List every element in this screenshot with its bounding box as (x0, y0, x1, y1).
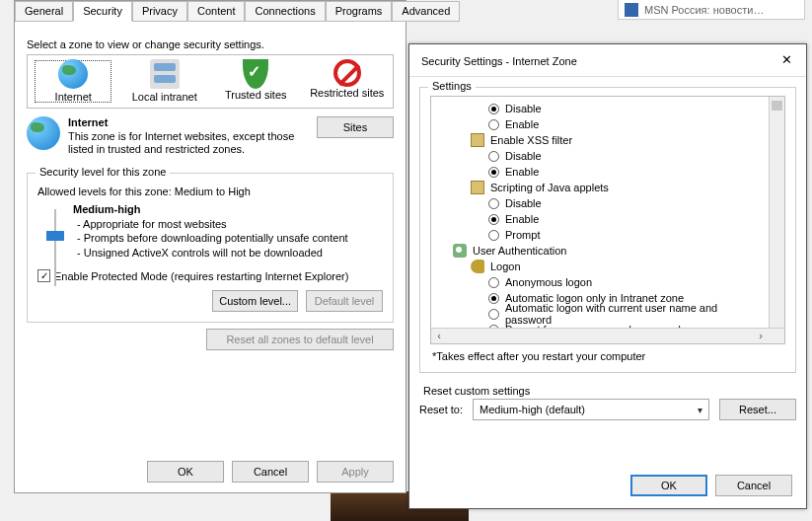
option-disable[interactable]: Disable (437, 148, 763, 164)
radio-icon[interactable] (488, 230, 499, 241)
tab-advanced[interactable]: Advanced (392, 1, 460, 22)
apply-button[interactable]: Apply (317, 461, 394, 483)
security-level-slider[interactable] (37, 203, 73, 260)
tree-label: Enable (505, 166, 539, 178)
radio-icon[interactable] (488, 198, 499, 209)
shield-check-icon (243, 59, 268, 89)
radio-icon[interactable] (488, 167, 499, 178)
allowed-levels-text: Allowed levels for this zone: Medium to … (37, 186, 383, 197)
radio-icon[interactable] (488, 104, 499, 114)
level-bullet: - Unsigned ActiveX controls will not be … (77, 246, 348, 260)
reset-all-zones-button[interactable]: Reset all zones to default level (206, 329, 394, 350)
tab-programs[interactable]: Programs (326, 1, 393, 22)
option-enable[interactable]: Enable (437, 116, 763, 132)
scroll-left-icon[interactable]: ‹ (431, 329, 447, 344)
zone-desc-text: This zone is for Internet websites, exce… (68, 130, 317, 158)
titlebar: Security Settings - Internet Zone ✕ (409, 44, 806, 77)
servers-icon (150, 59, 180, 89)
option-automatic-logon-with-current-user-name-and-password[interactable]: Automatic logon with current user name a… (437, 306, 763, 322)
combo-value: Medium-high (default) (480, 404, 585, 415)
zone-description: Internet This zone is for Internet websi… (27, 116, 394, 158)
group-legend: Security level for this zone (36, 166, 170, 178)
key-icon (471, 260, 484, 273)
globe-icon (27, 116, 60, 150)
tab-content[interactable]: Content (187, 1, 246, 22)
default-level-button[interactable]: Default level (306, 290, 383, 312)
cancel-button[interactable]: Cancel (232, 461, 309, 483)
tree-label: Disable (505, 150, 542, 162)
zone-restricted-sites[interactable]: Restricted sites (308, 59, 387, 104)
radio-icon[interactable] (488, 119, 499, 130)
zone-label: Restricted sites (308, 87, 387, 100)
tree-label: Logon (490, 260, 521, 272)
zone-internet[interactable]: Internet (34, 59, 112, 104)
tabstrip: GeneralSecurityPrivacyContentConnections… (15, 1, 406, 23)
protected-mode-checkbox[interactable]: ✓ (37, 269, 50, 282)
tab-security[interactable]: Security (73, 1, 132, 22)
settings-tree[interactable]: DisableEnableEnable XSS filterDisableEna… (430, 96, 785, 344)
radio-icon[interactable] (488, 151, 499, 162)
zone-trusted-sites[interactable]: Trusted sites (216, 59, 295, 104)
tree-label: Scripting of Java applets (490, 182, 609, 193)
option-disable[interactable]: Disable (437, 101, 763, 116)
favicon-icon (625, 3, 638, 17)
level-name: Medium-high (73, 203, 348, 215)
zone-local-intranet[interactable]: Local intranet (125, 59, 204, 104)
protected-mode-label: Enable Protected Mode (requires restarti… (54, 270, 348, 282)
chevron-down-icon: ▾ (698, 405, 702, 415)
page-icon (471, 181, 484, 194)
reset-level-combo[interactable]: Medium-high (default) ▾ (473, 399, 709, 420)
option-enable[interactable]: Enable (437, 211, 763, 227)
tree-label: Prompt (505, 229, 540, 241)
horizontal-scrollbar[interactable]: ‹ › (431, 328, 784, 343)
scroll-thumb-icon[interactable] (772, 101, 782, 111)
tab-connections[interactable]: Connections (245, 1, 325, 22)
tree-label: Automatic logon with current user name a… (505, 302, 763, 326)
radio-icon[interactable] (488, 214, 499, 225)
tab-general[interactable]: General (15, 1, 73, 22)
level-bullet: - Appropriate for most websites (77, 217, 348, 231)
tree-label: Disable (505, 103, 542, 114)
globe-icon (58, 59, 88, 89)
ok-button[interactable]: OK (630, 475, 707, 496)
option-anonymous-logon[interactable]: Anonymous logon (437, 274, 763, 290)
restart-note: *Takes effect after you restart your com… (432, 350, 783, 362)
ok-button[interactable]: OK (147, 461, 224, 483)
zone-list: InternetLocal intranetTrusted sitesRestr… (27, 54, 394, 109)
option-prompt[interactable]: Prompt (437, 227, 763, 243)
dialog-title: Security Settings - Internet Zone (421, 55, 577, 67)
users-icon (453, 244, 467, 258)
tree-label: Anonymous logon (505, 276, 592, 288)
zone-desc-title: Internet (68, 116, 317, 128)
sites-button[interactable]: Sites (317, 116, 394, 138)
zone-instruction: Select a zone to view or change security… (27, 38, 394, 50)
zone-label: Local intranet (125, 91, 204, 104)
category-user-authentication: User Authentication (437, 243, 763, 259)
background-tab-title: MSN Россия: новости… (644, 4, 764, 16)
radio-icon[interactable] (488, 277, 499, 288)
page-icon (471, 133, 484, 147)
radio-icon[interactable] (488, 309, 499, 320)
radio-icon[interactable] (488, 293, 499, 304)
option-enable[interactable]: Enable (437, 164, 763, 180)
option-disable[interactable]: Disable (437, 195, 763, 211)
close-icon[interactable]: ✕ (776, 52, 796, 70)
reset-custom-label: Reset custom settings (411, 385, 804, 397)
category-scripting-of-java-applets: Scripting of Java applets (437, 180, 763, 195)
slider-thumb-icon[interactable] (46, 231, 64, 241)
security-settings-dialog: Security Settings - Internet Zone ✕ Sett… (408, 43, 807, 509)
security-tab-body: Select a zone to view or change security… (15, 23, 406, 360)
tab-privacy[interactable]: Privacy (132, 1, 187, 22)
custom-level-button[interactable]: Custom level... (212, 290, 298, 312)
tree-label: Enable XSS filter (490, 134, 572, 146)
zone-label: Trusted sites (216, 89, 295, 102)
zone-label: Internet (34, 91, 112, 104)
scroll-right-icon[interactable]: › (753, 329, 769, 344)
security-level-group: Security level for this zone Allowed lev… (27, 173, 394, 323)
cancel-button[interactable]: Cancel (715, 475, 792, 496)
reset-button[interactable]: Reset... (719, 399, 796, 420)
tree-label: Enable (505, 118, 539, 130)
restricted-icon (333, 59, 361, 87)
vertical-scrollbar[interactable] (769, 97, 784, 328)
slider-track (54, 209, 56, 286)
